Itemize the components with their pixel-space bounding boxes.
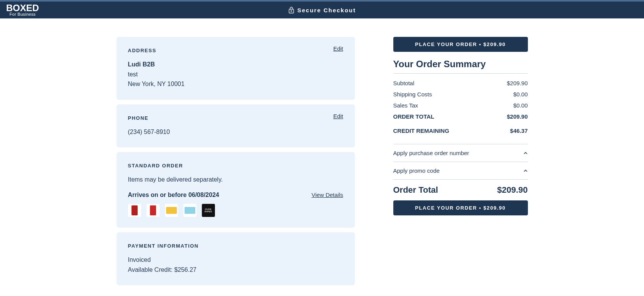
shipping-value: $0.00: [513, 91, 528, 98]
payment-body: Invoiced Available Credit: $256.27: [128, 255, 343, 275]
subtotal-label: Subtotal: [393, 80, 414, 86]
shipment-card: STANDARD ORDER Items may be delivered se…: [116, 152, 355, 228]
phone-edit-link[interactable]: Edit: [333, 113, 343, 119]
shipping-label: Shipping Costs: [393, 91, 432, 98]
address-heading: ADDRESS: [128, 48, 343, 53]
order-total-label: ORDER TOTAL: [393, 113, 434, 120]
apply-po-toggle[interactable]: Apply purchase order number: [393, 144, 528, 162]
summary-order-total: ORDER TOTAL $209.90: [393, 111, 528, 122]
address-line2: New York, NY 10001: [128, 79, 343, 89]
view-details-link[interactable]: View Details: [311, 192, 343, 198]
apply-po-label: Apply purchase order number: [393, 150, 469, 156]
summary-tax: Sales Tax $0.00: [393, 100, 528, 111]
phone-value: (234) 567-8910: [128, 127, 343, 137]
order-total-value: $209.90: [507, 113, 528, 120]
item-thumbnail: DUDEWIPES: [202, 204, 215, 217]
payment-heading: PAYMENT INFORMATION: [128, 243, 343, 249]
address-name: Ludi B2B: [128, 60, 343, 69]
chevron-up-icon: [523, 151, 528, 155]
order-summary-title: Your Order Summary: [393, 59, 528, 69]
item-thumbnail: [183, 204, 196, 217]
summary-grand-total: Order Total $209.90: [393, 180, 528, 200]
divider: [393, 73, 528, 74]
place-order-button-bottom[interactable]: PLACE YOUR ORDER • $209.90: [393, 200, 528, 215]
shipment-note: Items may be delivered separately.: [128, 175, 343, 185]
summary-subtotal: Subtotal $209.90: [393, 78, 528, 89]
secure-checkout-text: Secure Checkout: [297, 7, 356, 13]
apply-promo-toggle[interactable]: Apply promo code: [393, 162, 528, 180]
svg-rect-0: [289, 9, 293, 13]
item-thumbnail: [165, 204, 178, 217]
top-bar: BOXED For Business Secure Checkout: [0, 0, 644, 18]
tax-value: $0.00: [513, 102, 528, 109]
credit-remaining-value: $46.37: [510, 127, 528, 134]
item-thumbnail: [128, 204, 141, 217]
address-line1: test: [128, 69, 343, 79]
item-thumbnails: DUDEWIPES: [128, 204, 343, 217]
payment-credit: Available Credit: $256.27: [128, 265, 343, 275]
svg-rect-1: [291, 11, 291, 12]
subtotal-value: $209.90: [507, 80, 528, 86]
secure-checkout-label: Secure Checkout: [288, 7, 356, 13]
item-thumbnail: [146, 204, 160, 217]
phone-heading: PHONE: [128, 115, 343, 121]
shipment-heading: STANDARD ORDER: [128, 163, 343, 169]
lock-icon: [288, 7, 294, 13]
summary-shipping: Shipping Costs $0.00: [393, 89, 528, 100]
logo-subtitle: For Business: [10, 12, 36, 17]
grand-total-value: $209.90: [497, 185, 528, 195]
arrives-label: Arrives on or before 06/08/2024: [128, 192, 219, 198]
place-order-button-top[interactable]: PLACE YOUR ORDER • $209.90: [393, 37, 528, 52]
right-column: PLACE YOUR ORDER • $209.90 Your Order Su…: [393, 37, 528, 290]
left-column: ADDRESS Edit Ludi B2B test New York, NY …: [116, 37, 355, 290]
address-body: Ludi B2B test New York, NY 10001: [128, 60, 343, 89]
grand-total-label: Order Total: [393, 185, 438, 195]
brand-logo: BOXED For Business: [6, 3, 39, 17]
payment-card: PAYMENT INFORMATION Invoiced Available C…: [116, 232, 355, 285]
arrives-row: Arrives on or before 06/08/2024 View Det…: [128, 192, 343, 198]
summary-credit-remaining: CREDIT REMAINING $46.37: [393, 125, 528, 136]
address-card: ADDRESS Edit Ludi B2B test New York, NY …: [116, 37, 355, 100]
chevron-up-icon: [523, 169, 528, 173]
address-edit-link[interactable]: Edit: [333, 45, 343, 52]
phone-card: PHONE Edit (234) 567-8910: [116, 104, 355, 148]
checkout-page: ADDRESS Edit Ludi B2B test New York, NY …: [0, 18, 644, 296]
tax-label: Sales Tax: [393, 102, 418, 109]
apply-promo-label: Apply promo code: [393, 167, 440, 174]
logo-main: BOXED: [6, 3, 39, 13]
payment-method: Invoiced: [128, 255, 343, 265]
credit-remaining-label: CREDIT REMAINING: [393, 127, 449, 134]
